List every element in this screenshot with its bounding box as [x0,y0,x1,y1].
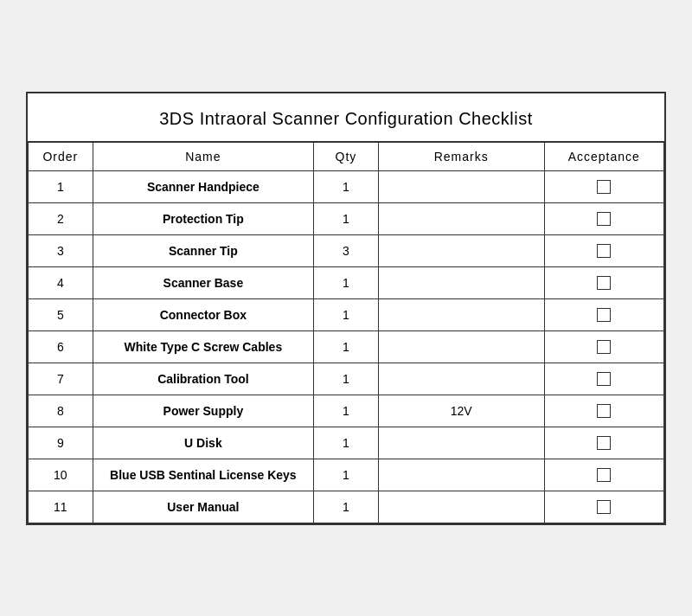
cell-acceptance[interactable] [544,427,664,459]
table-row: 5Connector Box1 [29,298,664,330]
cell-qty: 1 [314,363,379,395]
acceptance-checkbox[interactable] [597,404,611,418]
table-body: 1Scanner Handpiece12Protection Tip13Scan… [29,170,664,523]
acceptance-checkbox[interactable] [597,212,611,226]
cell-name: White Type C Screw Cables [93,330,314,363]
table-row: 2Protection Tip1 [29,202,664,234]
cell-acceptance[interactable] [544,266,664,298]
acceptance-checkbox[interactable] [597,244,611,258]
cell-name: Scanner Tip [93,234,314,266]
cell-remarks [378,363,544,395]
header-qty: Qty [314,142,379,170]
cell-order: 1 [29,170,93,202]
cell-qty: 1 [314,395,379,427]
cell-remarks [378,427,544,459]
cell-acceptance[interactable] [544,298,664,330]
cell-order: 8 [29,395,93,427]
acceptance-checkbox[interactable] [597,468,611,482]
acceptance-checkbox[interactable] [597,276,611,290]
cell-acceptance[interactable] [544,491,664,523]
cell-remarks [378,266,544,298]
table-row: 3Scanner Tip3 [29,234,664,266]
table-row: 7Calibration Tool1 [29,363,664,395]
cell-name: User Manual [93,491,314,523]
cell-acceptance[interactable] [544,202,664,234]
header-name: Name [93,142,314,170]
cell-remarks [378,170,544,202]
acceptance-checkbox[interactable] [597,308,611,322]
acceptance-checkbox[interactable] [597,180,611,194]
cell-acceptance[interactable] [544,330,664,363]
table-row: 11User Manual1 [29,491,664,523]
cell-name: Blue USB Sentinal License Keys [93,459,314,491]
checklist-title: 3DS Intraoral Scanner Configuration Chec… [28,93,664,142]
cell-order: 11 [29,491,93,523]
table-row: 6White Type C Screw Cables1 [29,330,664,363]
cell-acceptance[interactable] [544,459,664,491]
header-remarks: Remarks [378,142,544,170]
table-row: 1Scanner Handpiece1 [29,170,664,202]
cell-acceptance[interactable] [544,170,664,202]
checklist-container: 3DS Intraoral Scanner Configuration Chec… [26,92,666,525]
cell-order: 5 [29,298,93,330]
cell-name: Power Supply [93,395,314,427]
cell-name: Scanner Base [93,266,314,298]
table-row: 4Scanner Base1 [29,266,664,298]
cell-order: 4 [29,266,93,298]
cell-acceptance[interactable] [544,363,664,395]
cell-qty: 1 [314,202,379,234]
cell-remarks [378,330,544,363]
cell-remarks [378,491,544,523]
acceptance-checkbox[interactable] [597,340,611,354]
cell-remarks [378,298,544,330]
cell-order: 9 [29,427,93,459]
cell-acceptance[interactable] [544,395,664,427]
acceptance-checkbox[interactable] [597,500,611,514]
cell-remarks [378,234,544,266]
cell-name: Protection Tip [93,202,314,234]
cell-name: Calibration Tool [93,363,314,395]
cell-qty: 3 [314,234,379,266]
acceptance-checkbox[interactable] [597,436,611,450]
cell-qty: 1 [314,459,379,491]
header-order: Order [29,142,93,170]
cell-order: 6 [29,330,93,363]
header-acceptance: Acceptance [544,142,664,170]
cell-order: 10 [29,459,93,491]
cell-qty: 1 [314,491,379,523]
cell-order: 7 [29,363,93,395]
cell-qty: 1 [314,330,379,363]
table-header-row: Order Name Qty Remarks Acceptance [29,142,664,170]
cell-qty: 1 [314,298,379,330]
cell-remarks: 12V [378,395,544,427]
cell-name: Scanner Handpiece [93,170,314,202]
acceptance-checkbox[interactable] [597,372,611,386]
cell-remarks [378,202,544,234]
cell-qty: 1 [314,170,379,202]
cell-order: 3 [29,234,93,266]
cell-name: U Disk [93,427,314,459]
cell-remarks [378,459,544,491]
cell-acceptance[interactable] [544,234,664,266]
table-row: 8Power Supply112V [29,395,664,427]
cell-qty: 1 [314,427,379,459]
checklist-table: Order Name Qty Remarks Acceptance 1Scann… [28,142,664,523]
table-row: 9U Disk1 [29,427,664,459]
cell-name: Connector Box [93,298,314,330]
cell-order: 2 [29,202,93,234]
table-row: 10Blue USB Sentinal License Keys1 [29,459,664,491]
cell-qty: 1 [314,266,379,298]
